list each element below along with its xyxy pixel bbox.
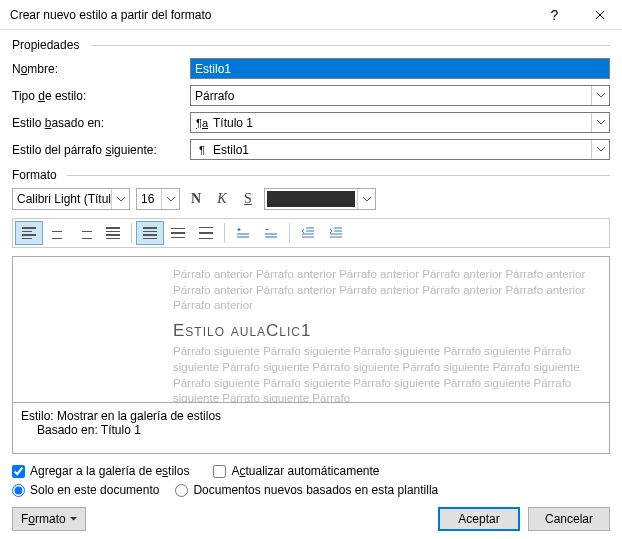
name-label: Nombre: bbox=[12, 62, 190, 76]
preview-pane: Párrafo anterior Párrafo anterior Párraf… bbox=[12, 256, 610, 403]
dialog-title: Crear nuevo estilo a partir del formato bbox=[10, 8, 532, 22]
name-input[interactable] bbox=[190, 58, 610, 79]
next-style-select[interactable]: ¶ Estilo1 bbox=[190, 139, 610, 160]
paragraph-icon: ¶ bbox=[195, 144, 209, 156]
based-on-select[interactable]: ¶a Título 1 bbox=[190, 112, 610, 133]
align-right-icon bbox=[78, 227, 92, 239]
align-left-icon bbox=[22, 227, 36, 239]
single-spacing-icon bbox=[143, 227, 157, 239]
paragraph-heading-icon: ¶a bbox=[195, 117, 209, 129]
preview-heading: Estilo aulaClic1 bbox=[173, 320, 599, 343]
preview-after-text: Párrafo siguiente Párrafo siguiente Párr… bbox=[173, 344, 599, 403]
paragraph-toolbar bbox=[12, 218, 610, 248]
add-to-gallery-checkbox[interactable]: Agregar a la galería de estilos bbox=[12, 464, 189, 478]
ok-button[interactable]: Aceptar bbox=[438, 507, 520, 531]
properties-section-label: Propiedades bbox=[12, 38, 610, 52]
align-justify-icon bbox=[106, 227, 120, 239]
decrease-indent-icon bbox=[301, 226, 315, 240]
decrease-space-before-button[interactable] bbox=[257, 221, 285, 245]
font-family-select[interactable]: Calibri Light (Títulos) bbox=[12, 188, 130, 210]
decrease-indent-button[interactable] bbox=[294, 221, 322, 245]
bold-button[interactable]: N bbox=[186, 189, 206, 209]
increase-space-before-button[interactable] bbox=[229, 221, 257, 245]
align-center-icon bbox=[50, 227, 64, 239]
titlebar: Crear nuevo estilo a partir del formato … bbox=[0, 0, 622, 30]
based-on-label: Estilo basado en: bbox=[12, 116, 190, 130]
font-size-select[interactable]: 16 bbox=[136, 188, 180, 210]
new-documents-template-radio[interactable]: Documentos nuevos basados en esta planti… bbox=[175, 483, 438, 497]
underline-button[interactable]: S bbox=[238, 189, 258, 209]
only-this-document-radio[interactable]: Solo en este documento bbox=[12, 483, 159, 497]
preview-before-text: Párrafo anterior Párrafo anterior Párraf… bbox=[173, 267, 599, 314]
double-spacing-icon bbox=[199, 227, 213, 240]
align-right-button[interactable] bbox=[71, 221, 99, 245]
help-button[interactable]: ? bbox=[532, 0, 577, 30]
color-swatch bbox=[267, 191, 355, 207]
onehalf-spacing-icon bbox=[171, 228, 185, 239]
space-before-minus-icon bbox=[264, 226, 278, 240]
align-center-button[interactable] bbox=[43, 221, 71, 245]
chevron-down-icon[interactable] bbox=[591, 140, 609, 159]
chevron-down-icon[interactable] bbox=[591, 113, 609, 132]
increase-indent-icon bbox=[329, 226, 343, 240]
style-type-select[interactable]: Párrafo bbox=[190, 85, 610, 106]
font-color-select[interactable] bbox=[264, 188, 376, 210]
chevron-down-icon[interactable] bbox=[161, 189, 179, 209]
align-justify-button[interactable] bbox=[99, 221, 127, 245]
onehalf-spacing-button[interactable] bbox=[164, 221, 192, 245]
style-description: Estilo: Mostrar en la galería de estilos… bbox=[12, 403, 610, 454]
style-type-label: Tipo de estilo: bbox=[12, 89, 190, 103]
chevron-down-icon[interactable] bbox=[591, 86, 609, 105]
double-spacing-button[interactable] bbox=[192, 221, 220, 245]
space-before-plus-icon bbox=[236, 226, 250, 240]
caret-down-icon bbox=[70, 517, 77, 521]
italic-button[interactable]: K bbox=[212, 189, 232, 209]
auto-update-checkbox[interactable]: Actualizar automáticamente bbox=[213, 464, 379, 478]
align-left-button[interactable] bbox=[15, 221, 43, 245]
cancel-button[interactable]: Cancelar bbox=[528, 507, 610, 531]
close-button[interactable] bbox=[577, 0, 622, 30]
chevron-down-icon[interactable] bbox=[111, 189, 129, 209]
next-style-label: Estilo del párrafo siguiente: bbox=[12, 143, 190, 157]
format-section-label: Formato bbox=[12, 168, 610, 182]
increase-indent-button[interactable] bbox=[322, 221, 350, 245]
format-menu-button[interactable]: Formato bbox=[12, 507, 86, 531]
chevron-down-icon[interactable] bbox=[357, 189, 375, 209]
single-spacing-button[interactable] bbox=[136, 221, 164, 245]
